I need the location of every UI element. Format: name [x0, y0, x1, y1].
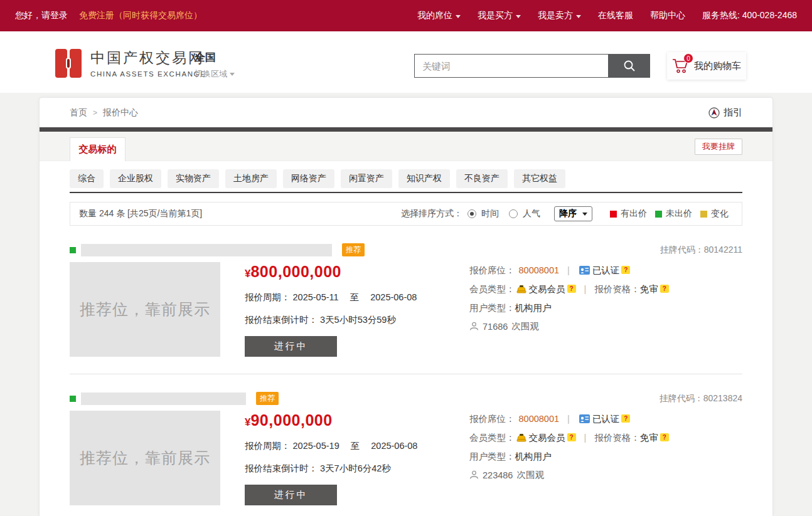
seat-row: 报价席位： 80008001 | 已认证 [469, 264, 669, 276]
category-network-assets[interactable]: 网络资产 [283, 169, 334, 188]
member-row: 会员类型： 交易会员 | 报价资格： 免审 [469, 431, 669, 444]
period-start: 2025-05-19 [293, 441, 339, 451]
sort-label: 选择排序方式： [401, 208, 462, 219]
topbar-right: 我的席位 我是买方 我是卖方 在线客服 帮助中心 服务热线: 400-028-2… [417, 10, 797, 21]
question-tag-icon[interactable] [660, 285, 669, 293]
user-type-row: 用户类型： 机构用户 [469, 450, 669, 463]
qualification-label: 报价资格： [594, 431, 640, 444]
online-service-label: 在线客服 [598, 10, 633, 21]
result-toolbar: 数量 244 条 [共25页/当前第1页] 选择排序方式： 时间 人气 降序 有… [70, 202, 742, 226]
views-count: 223486 [483, 470, 513, 480]
order-select-value: 降序 [559, 208, 577, 219]
period-label: 报价周期： [245, 292, 291, 302]
listing-title-placeholder[interactable] [81, 244, 332, 256]
listing-price: ¥90,000,000 [245, 411, 469, 429]
region-selector: 全国 切换区域 [195, 50, 235, 80]
listing-item: 推荐 挂牌代码：80142211 推荐位，靠前展示 ¥800,000,000 报… [40, 226, 772, 357]
my-seat-menu[interactable]: 我的席位 [417, 10, 461, 21]
period-to: 至 [350, 292, 360, 302]
legend-changed-swatch [700, 211, 707, 218]
question-tag-icon[interactable] [567, 285, 576, 293]
listing-title-placeholder[interactable] [81, 392, 246, 405]
region-switch-label: 切换区域 [195, 68, 227, 80]
register-link[interactable]: 免费注册（同时获得交易席位） [79, 10, 202, 21]
member-label: 会员类型： [469, 431, 515, 444]
topbar-left: 您好，请登录 免费注册（同时获得交易席位） [15, 10, 202, 21]
seat-row: 报价席位： 80008001 | 已认证 [469, 413, 669, 425]
countdown-value: 3天7小时6分42秒 [320, 463, 391, 473]
category-other-rights[interactable]: 其它权益 [514, 169, 565, 188]
tab-trading-targets[interactable]: 交易标的 [70, 137, 126, 161]
question-tag-icon[interactable] [567, 433, 576, 441]
site-logo[interactable]: 中国产权交易网 CHINA ASSETS EXCHANGE [55, 48, 206, 78]
breadcrumb-home[interactable]: 首页 [70, 107, 87, 118]
category-idle-assets[interactable]: 闲置资产 [341, 169, 392, 188]
search-input[interactable] [414, 54, 608, 78]
listing-main-info: ¥90,000,000 报价周期： 2025-05-19 至 2025-06-0… [245, 411, 469, 505]
certified-label: 已认证 [592, 264, 620, 276]
region-switch[interactable]: 切换区域 [195, 68, 235, 80]
listing-thumbnail[interactable]: 推荐位，靠前展示 [70, 411, 220, 505]
seat-label: 报价席位： [469, 413, 515, 425]
breadcrumb-separator: > [93, 108, 97, 117]
login-link[interactable]: 您好，请登录 [15, 10, 68, 21]
category-land-property[interactable]: 土地房产 [225, 169, 277, 188]
question-tag-icon[interactable] [660, 433, 669, 441]
period-start: 2025-05-11 [293, 292, 339, 302]
certified-label: 已认证 [592, 413, 620, 425]
search-button[interactable] [608, 54, 650, 78]
listing-code: 挂牌代码：80142211 [660, 245, 742, 256]
order-select[interactable]: 降序 [554, 206, 592, 221]
gold-member-icon [516, 433, 526, 442]
qualification-label: 报价资格： [594, 283, 640, 295]
cart-count-badge: 0 [683, 53, 693, 63]
user-type-row: 用户类型： 机构用户 [469, 302, 669, 314]
question-tag-icon[interactable] [621, 414, 630, 423]
list-asset-button[interactable]: 我要挂牌 [695, 139, 742, 155]
category-equity[interactable]: 企业股权 [110, 169, 161, 188]
buyer-menu[interactable]: 我是买方 [478, 10, 521, 21]
listing-thumbnail[interactable]: 推荐位，靠前展示 [70, 262, 220, 357]
logo-icon [55, 49, 82, 78]
sort-time-label[interactable]: 时间 [481, 208, 499, 219]
guide-link[interactable]: 指引 [708, 107, 742, 118]
user-type-value: 机构用户 [515, 302, 552, 314]
seller-menu[interactable]: 我是卖方 [538, 10, 581, 21]
listing-countdown: 报价结束倒计时： 3天5小时53分59秒 [245, 314, 469, 326]
category-all[interactable]: 综合 [70, 169, 104, 188]
user-type-label: 用户类型： [469, 302, 515, 314]
listing-meta: 报价席位： 80008001 | 已认证 会员类型： 交易会员 [469, 262, 669, 357]
chevron-down-icon [576, 15, 581, 18]
countdown-value: 3天5小时53分59秒 [320, 315, 396, 325]
legend-changed-label: 变化 [711, 208, 729, 219]
status-button[interactable]: 进行中 [245, 336, 337, 357]
pipe-separator: | [584, 431, 587, 444]
pipe-separator: | [567, 413, 570, 425]
legend-has-bid-label: 有出价 [621, 208, 647, 219]
question-tag-icon[interactable] [621, 266, 630, 274]
service-hotline: 服务热线: 400-028-2468 [702, 10, 797, 21]
member-type: 交易会员 [529, 283, 565, 295]
category-intellectual-property[interactable]: 知识产权 [398, 169, 450, 188]
category-non-performing-assets[interactable]: 不良资产 [456, 169, 508, 188]
pipe-separator: | [584, 283, 587, 295]
seat-number[interactable]: 80008001 [519, 264, 560, 276]
online-service-link[interactable]: 在线客服 [598, 10, 633, 21]
category-physical-assets[interactable]: 实物资产 [168, 169, 219, 188]
sort-popularity-radio[interactable] [509, 209, 518, 218]
legend: 有出价 未出价 变化 [610, 208, 733, 219]
period-end: 2025-06-08 [371, 441, 417, 451]
cart-button[interactable]: 0 我的购物车 [667, 52, 746, 80]
sort-time-radio[interactable] [467, 209, 476, 218]
site-header: 中国产权交易网 CHINA ASSETS EXCHANGE 全国 切换区域 0 [0, 31, 812, 93]
help-center-link[interactable]: 帮助中心 [650, 10, 685, 21]
sort-popularity-label[interactable]: 人气 [523, 208, 540, 219]
listing-header: 推荐 挂牌代码：80213824 [70, 392, 742, 405]
views-row: 71686 次围观 [469, 320, 669, 332]
user-type-value: 机构用户 [515, 450, 552, 463]
listing-item: 推荐 挂牌代码：80213824 推荐位，靠前展示 ¥90,000,000 报价… [40, 374, 772, 505]
seat-number[interactable]: 80008001 [519, 413, 560, 425]
listing-meta: 报价席位： 80008001 | 已认证 会员类型： 交易会员 [469, 411, 669, 505]
hotline-label: 服务热线: 400-028-2468 [702, 10, 797, 21]
status-button[interactable]: 进行中 [245, 485, 337, 505]
